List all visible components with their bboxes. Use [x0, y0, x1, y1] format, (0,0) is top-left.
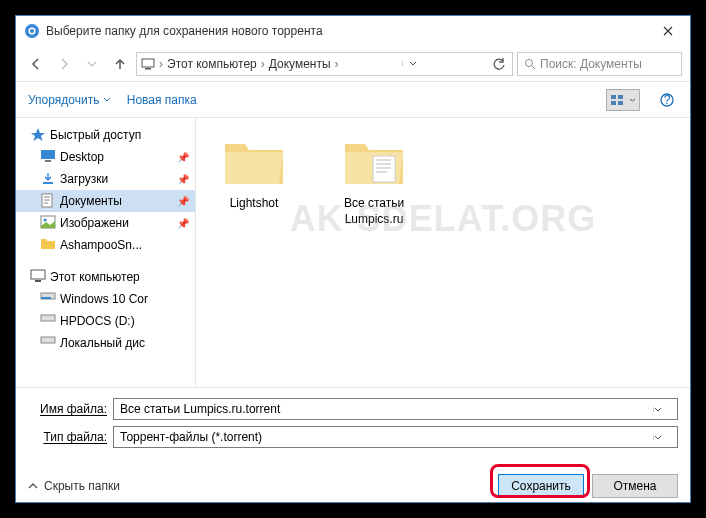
sidebar-drive-local[interactable]: Локальный дис [16, 332, 195, 354]
chevron-right-icon: › [259, 57, 267, 71]
sidebar: Быстрый доступ Desktop📌 Загрузки📌 Докуме… [16, 118, 196, 387]
svg-rect-14 [43, 182, 53, 184]
drive-icon [40, 313, 56, 329]
svg-rect-22 [41, 315, 55, 321]
sidebar-item-documents[interactable]: Документы📌 [16, 190, 195, 212]
sidebar-item-downloads[interactable]: Загрузки📌 [16, 168, 195, 190]
svg-rect-19 [35, 280, 41, 282]
breadcrumb-root[interactable]: Этот компьютер [165, 57, 259, 71]
folder-icon [339, 134, 409, 190]
forward-button[interactable] [52, 52, 76, 76]
svg-rect-21 [41, 297, 51, 299]
back-button[interactable] [24, 52, 48, 76]
sidebar-drive-d[interactable]: HPDOCS (D:) [16, 310, 195, 332]
dialog-title: Выберите папку для сохранения нового тор… [46, 24, 645, 38]
pin-icon: 📌 [177, 152, 189, 163]
up-button[interactable] [108, 52, 132, 76]
svg-point-5 [526, 59, 533, 66]
chevron-right-icon: › [333, 57, 341, 71]
sidebar-this-pc[interactable]: Этот компьютер [16, 266, 195, 288]
recent-dropdown[interactable] [80, 52, 104, 76]
pictures-icon [40, 215, 56, 231]
close-button[interactable] [645, 16, 690, 46]
breadcrumb-folder[interactable]: Документы [267, 57, 333, 71]
svg-rect-3 [142, 59, 154, 67]
svg-point-17 [44, 219, 47, 222]
download-icon [40, 171, 56, 187]
sidebar-quick-access[interactable]: Быстрый доступ [16, 124, 195, 146]
help-button[interactable]: ? [656, 93, 678, 107]
svg-rect-13 [45, 160, 51, 162]
address-bar[interactable]: › Этот компьютер › Документы › [136, 52, 513, 76]
sidebar-drive-c[interactable]: Windows 10 Cor [16, 288, 195, 310]
filetype-select[interactable]: Торрент-файлы (*.torrent) [113, 426, 678, 448]
file-pane[interactable]: AK-SDELAT.ORG Lightshot Все статьи Lumpi… [196, 118, 690, 387]
svg-rect-9 [618, 101, 623, 105]
app-icon [24, 23, 40, 39]
address-dropdown[interactable] [402, 61, 424, 66]
pc-icon [30, 269, 46, 285]
folder-icon [40, 237, 56, 253]
folder-item[interactable]: Все статьи Lumpics.ru [324, 134, 424, 227]
svg-rect-6 [611, 95, 616, 99]
fields-area: Имя файла: Все статьи Lumpics.ru.torrent… [16, 387, 690, 466]
pin-icon: 📌 [177, 218, 189, 229]
new-folder-button[interactable]: Новая папка [127, 93, 197, 107]
sidebar-item-pictures[interactable]: Изображени📌 [16, 212, 195, 234]
drive-icon [40, 335, 56, 351]
search-input[interactable]: Поиск: Документы [517, 52, 682, 76]
pc-icon [141, 58, 157, 70]
folder-label: Lightshot [204, 196, 304, 212]
filetype-label: Тип файла: [28, 430, 113, 444]
hide-folders-button[interactable]: Скрыть папки [28, 479, 120, 493]
svg-point-2 [30, 29, 34, 33]
svg-text:?: ? [664, 93, 671, 107]
folder-label: Все статьи Lumpics.ru [324, 196, 424, 227]
documents-icon [40, 193, 56, 209]
nav-row: › Этот компьютер › Документы › Поиск: До… [16, 46, 690, 82]
svg-rect-8 [611, 101, 616, 105]
view-button[interactable] [606, 89, 640, 111]
filename-label: Имя файла: [28, 402, 113, 416]
organize-button[interactable]: Упорядочить [28, 93, 111, 107]
chevron-down-icon[interactable] [653, 435, 671, 440]
folder-icon [219, 134, 289, 190]
refresh-button[interactable] [486, 57, 508, 71]
svg-rect-18 [31, 270, 45, 279]
sidebar-item-desktop[interactable]: Desktop📌 [16, 146, 195, 168]
search-icon [524, 58, 536, 70]
svg-rect-4 [145, 68, 151, 70]
search-placeholder: Поиск: Документы [540, 57, 642, 71]
footer: Скрыть папки Сохранить Отмена [16, 466, 690, 502]
pin-icon: 📌 [177, 174, 189, 185]
drive-icon [40, 291, 56, 307]
chevron-down-icon[interactable] [653, 407, 671, 412]
pin-icon: 📌 [177, 196, 189, 207]
save-button[interactable]: Сохранить [498, 474, 584, 498]
folder-item[interactable]: Lightshot [204, 134, 304, 212]
svg-rect-7 [618, 95, 623, 99]
svg-rect-23 [41, 337, 55, 343]
svg-rect-12 [41, 150, 55, 159]
save-dialog: Выберите папку для сохранения нового тор… [15, 15, 691, 503]
chevron-right-icon: › [157, 57, 165, 71]
filename-input[interactable]: Все статьи Lumpics.ru.torrent [113, 398, 678, 420]
sidebar-item-ashampoo[interactable]: AshampooSn... [16, 234, 195, 256]
cancel-button[interactable]: Отмена [592, 474, 678, 498]
toolbar: Упорядочить Новая папка ? [16, 82, 690, 118]
titlebar: Выберите папку для сохранения нового тор… [16, 16, 690, 46]
star-icon [30, 127, 46, 143]
desktop-icon [40, 149, 56, 165]
